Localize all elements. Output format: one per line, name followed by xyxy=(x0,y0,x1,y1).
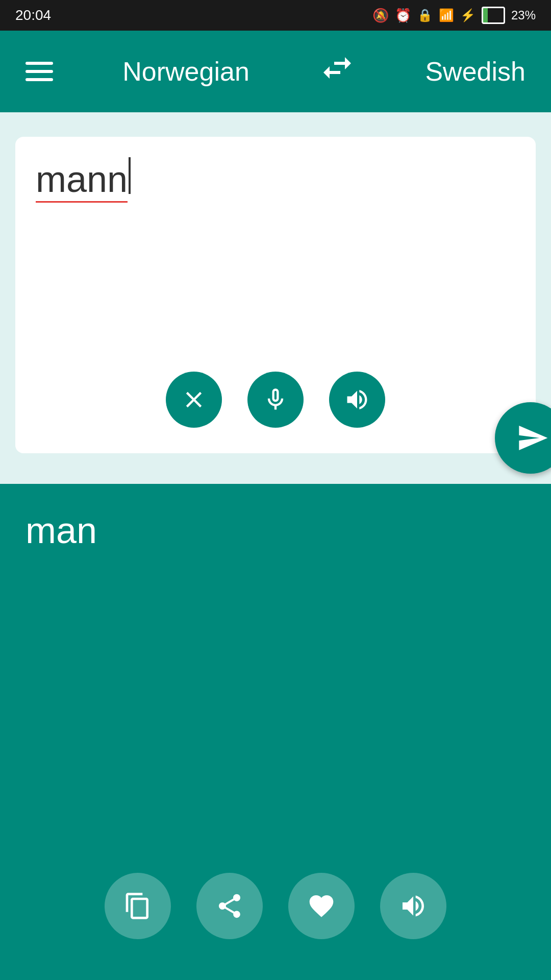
charging-icon: ⚡ xyxy=(460,8,475,22)
favorite-button[interactable] xyxy=(288,873,355,939)
copy-button[interactable] xyxy=(105,873,171,939)
share-button[interactable] xyxy=(196,873,263,939)
alarm-icon: ⏰ xyxy=(395,8,411,23)
battery-icon xyxy=(482,7,505,24)
input-wrapper: mann xyxy=(0,112,551,453)
swap-languages-button[interactable] xyxy=(319,50,356,93)
output-panel: man xyxy=(0,484,551,980)
input-speaker-button[interactable] xyxy=(329,372,385,428)
microphone-button[interactable] xyxy=(247,372,304,428)
output-text-display: man xyxy=(26,509,525,873)
output-speaker-button[interactable] xyxy=(380,873,446,939)
target-language-label[interactable]: Swedish xyxy=(425,56,525,87)
toolbar: Norwegian Swedish xyxy=(0,31,551,112)
clear-button[interactable] xyxy=(166,372,222,428)
source-language-label[interactable]: Norwegian xyxy=(122,56,249,87)
input-panel[interactable]: mann xyxy=(15,137,536,453)
input-text-display: mann xyxy=(36,157,515,361)
status-icons: 🔕 ⏰ 🔒 📶 ⚡ 23% xyxy=(372,7,536,24)
menu-button[interactable] xyxy=(26,62,53,81)
text-cursor xyxy=(129,157,131,194)
lock-icon: 🔒 xyxy=(417,8,433,22)
battery-percent: 23% xyxy=(511,8,536,22)
notification-muted-icon: 🔕 xyxy=(372,8,389,23)
input-word: mann xyxy=(36,157,128,203)
main-content: mann man xyxy=(0,112,551,980)
status-bar: 20:04 🔕 ⏰ 🔒 📶 ⚡ 23% xyxy=(0,0,551,31)
status-time: 20:04 xyxy=(15,7,51,23)
input-controls xyxy=(36,372,515,433)
signal-icon: 📶 xyxy=(439,8,454,22)
output-controls xyxy=(26,873,525,954)
